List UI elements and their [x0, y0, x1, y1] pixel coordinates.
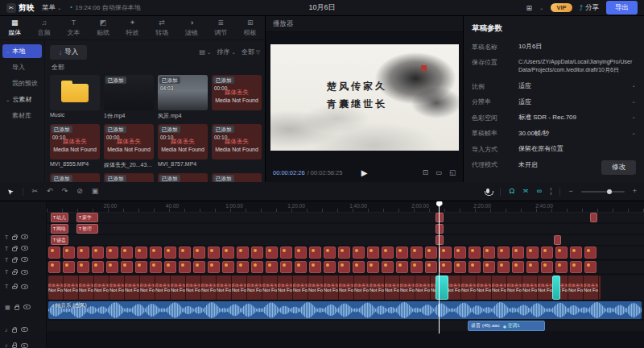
- video-clip[interactable]: [436, 276, 448, 300]
- subtitle-clip[interactable]: [106, 246, 118, 259]
- subtitle-clip[interactable]: [324, 246, 336, 259]
- delete-button[interactable]: ⊘: [76, 188, 83, 195]
- lock-icon[interactable]: [12, 345, 17, 348]
- subtitle-clip[interactable]: [121, 261, 133, 273]
- subtitle-clip[interactable]: [497, 246, 510, 259]
- video-clip[interactable]: [552, 276, 560, 300]
- sidebar-item-local[interactable]: ⌄本地: [2, 44, 42, 58]
- tab-audio[interactable]: ♫音频: [30, 16, 60, 39]
- subtitle-clip[interactable]: [280, 246, 292, 259]
- tab-effect[interactable]: ✦特效: [118, 16, 147, 39]
- layout-toggle-icon[interactable]: ⊞: [526, 4, 532, 12]
- subtitle-clip[interactable]: [179, 246, 191, 259]
- zoom-in-button[interactable]: +: [633, 188, 637, 195]
- zoom-out-button[interactable]: −: [568, 188, 572, 195]
- text-clip[interactable]: [554, 235, 561, 245]
- preview-axis-toggle[interactable]: ¦: [550, 188, 551, 195]
- lock-icon[interactable]: [12, 329, 17, 333]
- tab-template[interactable]: ⊞模板: [236, 16, 266, 39]
- subtitle-clip[interactable]: [425, 246, 437, 259]
- sidebar-item-asset-library[interactable]: 素材库: [2, 109, 42, 122]
- subtitle-clip[interactable]: [396, 261, 408, 273]
- text-clip[interactable]: [436, 235, 444, 245]
- text-clip[interactable]: T整理: [76, 224, 98, 234]
- subtitle-clip[interactable]: [440, 261, 452, 273]
- subtitle-clip[interactable]: [77, 261, 89, 273]
- subtitle-clip[interactable]: [251, 261, 263, 273]
- subtitle-clip[interactable]: [309, 246, 321, 259]
- subtitle-clip[interactable]: [454, 246, 466, 259]
- subtitle-clip[interactable]: [266, 261, 278, 273]
- chevron-down-icon[interactable]: ⌄: [539, 5, 543, 11]
- subtitle-clip[interactable]: [121, 246, 133, 259]
- subtitle-clip[interactable]: [208, 261, 220, 273]
- media-tile[interactable]: 媒体丢失Media Not Found已添加00:10: [212, 124, 262, 169]
- subtitle-clip[interactable]: [353, 261, 365, 273]
- subtitle-clip[interactable]: [584, 246, 597, 259]
- media-tile[interactable]: 媒体丢失Media Not Found已添加00:00: [104, 173, 154, 182]
- media-tile[interactable]: 媒体丢失Media Not Found已添加00:10MVI_8757.MP4: [158, 124, 208, 169]
- subtitle-clip[interactable]: [150, 261, 162, 273]
- subtitle-clip[interactable]: [454, 261, 466, 273]
- split-tool-button[interactable]: ✂: [32, 188, 39, 195]
- subtitle-clip[interactable]: [309, 261, 321, 273]
- subtitle-clip[interactable]: [237, 246, 249, 259]
- view-mode-toggle[interactable]: ▤ ⌄: [200, 48, 212, 56]
- fullscreen-icon[interactable]: ◱: [449, 168, 456, 176]
- cursor-tool-button[interactable]: ➤: [6, 187, 15, 197]
- subtitle-clip[interactable]: [208, 246, 220, 259]
- tab-sticker[interactable]: ◩贴纸: [89, 16, 118, 39]
- subtitle-clip[interactable]: [92, 246, 104, 259]
- eye-icon[interactable]: [21, 246, 28, 251]
- menu-button[interactable]: 菜单 ⌄: [42, 3, 61, 13]
- subtitle-clip[interactable]: [222, 261, 234, 273]
- media-tile[interactable]: 媒体丢失Media Not Found已添加00:00: [212, 173, 262, 182]
- video-preview[interactable]: 楚风传家久 青囊继世长: [270, 44, 459, 151]
- subtitle-clip[interactable]: [396, 246, 408, 259]
- subtitle-clip[interactable]: [338, 261, 350, 273]
- subtitle-clip[interactable]: [483, 246, 495, 259]
- tab-text[interactable]: T文本: [59, 16, 89, 39]
- timeline-zoom-slider[interactable]: [581, 191, 625, 193]
- eye-icon[interactable]: [21, 257, 28, 262]
- media-tile[interactable]: 媒体丢失Media Not Found已添加00:10: [158, 173, 208, 182]
- subtitle-clip[interactable]: [295, 246, 307, 259]
- sidebar-item-my-presets[interactable]: 我的预设: [2, 77, 42, 90]
- subtitle-clip[interactable]: [48, 246, 60, 259]
- eye-icon[interactable]: [21, 284, 28, 289]
- lock-icon[interactable]: [12, 271, 17, 276]
- subtitle-clip[interactable]: [237, 261, 249, 273]
- subtitle-clip[interactable]: [63, 261, 75, 273]
- media-tile[interactable]: 已添加1份.mp4: [104, 75, 154, 120]
- subtitle-clip[interactable]: [338, 246, 350, 259]
- subtitle-clip[interactable]: [555, 261, 568, 273]
- subtitle-clip[interactable]: [280, 261, 292, 273]
- redo-button[interactable]: ↷: [62, 188, 68, 195]
- vip-badge[interactable]: VIP: [551, 3, 572, 12]
- eye-icon[interactable]: [23, 304, 31, 309]
- filter-dropdown[interactable]: 全部 ▽: [242, 48, 260, 56]
- auto-snap-toggle[interactable]: ≍: [522, 188, 529, 195]
- subtitle-clip[interactable]: [541, 261, 553, 273]
- play-button[interactable]: ▶: [361, 168, 368, 177]
- lock-icon[interactable]: [14, 306, 19, 310]
- media-tile[interactable]: Music: [50, 75, 100, 120]
- media-tile[interactable]: 媒体丢失Media Not Found已添加00:00: [212, 75, 262, 120]
- subtitle-clip[interactable]: [512, 261, 524, 273]
- subtitle-clip[interactable]: [367, 261, 379, 273]
- share-button[interactable]: ⤴ 分享: [580, 3, 600, 13]
- subtitle-clip[interactable]: [266, 246, 278, 259]
- fit-icon[interactable]: ⊡: [423, 168, 428, 176]
- text-clip[interactable]: [436, 224, 444, 234]
- ratio-icon[interactable]: ▭: [436, 168, 442, 176]
- subtitle-clip[interactable]: [48, 261, 60, 273]
- subtitle-clip[interactable]: [483, 261, 495, 273]
- subtitle-clip[interactable]: [353, 246, 365, 259]
- subtitle-clip[interactable]: [526, 246, 539, 259]
- param-value[interactable]: 30.00帧/秒: [518, 129, 628, 138]
- subtitle-clip[interactable]: [570, 246, 582, 259]
- import-button[interactable]: ↓ 导入: [50, 45, 87, 60]
- tab-media[interactable]: ▦媒体: [0, 16, 30, 39]
- subtitle-clip[interactable]: [541, 246, 553, 259]
- video-track[interactable]: 媒体丢失Not Fo媒体丢失Not Fo媒体丢失Not Fo媒体丢失Not Fo…: [48, 276, 601, 300]
